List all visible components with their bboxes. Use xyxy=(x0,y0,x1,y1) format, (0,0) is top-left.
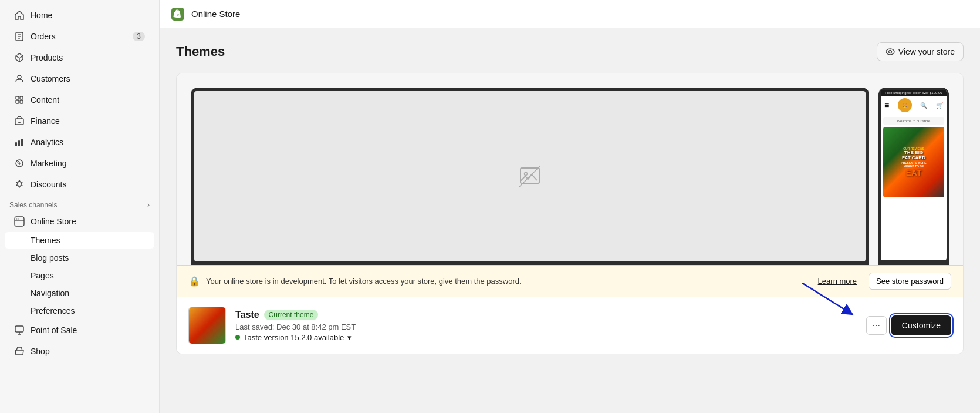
content-header: Themes View your store xyxy=(176,42,964,61)
analytics-icon xyxy=(14,137,25,147)
svg-point-16 xyxy=(18,219,19,220)
dev-notice: 🔒 Your online store is in development. T… xyxy=(177,265,963,297)
sidebar-item-online-store[interactable]: Online Store xyxy=(5,212,154,231)
page-title: Themes xyxy=(176,44,225,59)
orders-icon xyxy=(14,31,25,42)
sidebar-item-navigation[interactable]: Navigation xyxy=(5,285,154,301)
version-available-dot xyxy=(235,335,240,340)
theme-actions: ··· Customize xyxy=(866,315,951,335)
point-of-sale-icon xyxy=(14,325,25,335)
sidebar-item-finance[interactable]: Finance xyxy=(5,111,154,131)
sidebar-item-shop[interactable]: Shop xyxy=(5,341,154,361)
sidebar-finance-label: Finance xyxy=(31,116,60,126)
view-store-label: View your store xyxy=(898,47,955,56)
sidebar-orders-label: Orders xyxy=(31,32,56,41)
mobile-search-icon: 🔍 xyxy=(920,102,927,109)
shop-label: Shop xyxy=(31,347,50,356)
theme-thumbnail xyxy=(188,307,226,344)
blog-posts-label: Blog posts xyxy=(31,253,69,263)
svg-rect-10 xyxy=(15,142,17,146)
sidebar-marketing-label: Marketing xyxy=(31,159,66,168)
sidebar-home-label: Home xyxy=(31,11,52,20)
online-store-icon xyxy=(14,216,25,227)
navigation-label: Navigation xyxy=(31,288,69,298)
theme-version-text: Taste version 15.2.0 available xyxy=(244,333,344,342)
current-theme-badge: Current theme xyxy=(264,310,319,320)
mobile-nav: ≡ 🍔 🔍 🛒 xyxy=(881,96,947,115)
desktop-mockup xyxy=(191,88,869,265)
svg-point-15 xyxy=(16,219,18,220)
svg-rect-7 xyxy=(16,100,19,103)
customize-button[interactable]: Customize xyxy=(891,315,951,335)
content-icon xyxy=(14,95,25,105)
products-icon xyxy=(14,52,25,63)
theme-saved-time: Last saved: Dec 30 at 8:42 pm EST xyxy=(235,323,857,331)
sidebar-item-orders[interactable]: Orders 3 xyxy=(5,26,154,46)
sidebar-item-preferences[interactable]: Preferences xyxy=(5,303,154,319)
sales-channels-expand-icon[interactable]: › xyxy=(147,201,150,209)
sidebar-products-label: Products xyxy=(31,53,63,62)
svg-rect-14 xyxy=(15,217,24,226)
see-password-button[interactable]: See store password xyxy=(869,273,951,290)
online-store-label: Online Store xyxy=(31,217,76,226)
theme-info-row: Taste Current theme Last saved: Dec 30 a… xyxy=(177,297,963,354)
sidebar-item-themes[interactable]: Themes xyxy=(5,232,154,249)
sidebar-item-products[interactable]: Products xyxy=(5,48,154,68)
sidebar-item-analytics[interactable]: Analytics xyxy=(5,132,154,152)
mobile-welcome-text: Welcome to our store xyxy=(883,117,944,125)
svg-point-20 xyxy=(888,51,891,53)
finance-icon xyxy=(14,116,25,126)
topbar-store-name: Online Store xyxy=(191,9,240,19)
theme-version-row[interactable]: Taste version 15.2.0 available ▾ xyxy=(235,333,857,342)
sidebar-item-customers[interactable]: Customers xyxy=(5,69,154,89)
svg-rect-11 xyxy=(18,140,20,146)
svg-point-19 xyxy=(886,49,894,55)
sidebar-content-label: Content xyxy=(31,95,59,105)
sales-channels-label: Sales channels xyxy=(9,201,57,209)
preferences-label: Preferences xyxy=(31,306,75,315)
promo-eat-text: EAT xyxy=(906,168,922,177)
sidebar-item-discounts[interactable]: Discounts xyxy=(5,174,154,194)
mobile-promo-image: OUR REVIEWS THE BIGFAT CARD PRESENTS WER… xyxy=(883,127,944,197)
sidebar-item-home[interactable]: Home xyxy=(5,5,154,25)
sidebar-item-marketing[interactable]: Marketing xyxy=(5,153,154,173)
view-store-button[interactable]: View your store xyxy=(877,42,964,61)
desktop-screen xyxy=(194,91,866,261)
svg-point-4 xyxy=(18,75,21,79)
sales-channels-section: Sales channels › xyxy=(0,195,159,211)
preview-area: Free shipping for order over $100.00 ≡ 🍔… xyxy=(177,73,963,265)
svg-rect-8 xyxy=(20,100,23,103)
promo-cta-text: PRESENTS WEREMEANT TO BE xyxy=(901,161,926,168)
pages-label: Pages xyxy=(31,271,54,280)
promo-main-text: THE BIGFAT CARD xyxy=(902,150,925,161)
mobile-screen: Free shipping for order over $100.00 ≡ 🍔… xyxy=(881,90,947,260)
sidebar-item-content[interactable]: Content xyxy=(5,90,154,110)
topbar: Online Store xyxy=(160,0,980,28)
svg-rect-17 xyxy=(15,326,23,332)
mobile-mockup: Free shipping for order over $100.00 ≡ 🍔… xyxy=(878,88,949,265)
shopify-logo-icon xyxy=(171,8,184,21)
sidebar-item-blog-posts[interactable]: Blog posts xyxy=(5,250,154,266)
sidebar: Home Orders 3 Products xyxy=(0,0,160,413)
lock-icon: 🔒 xyxy=(188,276,200,287)
sidebar-item-pages[interactable]: Pages xyxy=(5,267,154,284)
sidebar-discounts-label: Discounts xyxy=(31,180,66,189)
theme-details: Taste Current theme Last saved: Dec 30 a… xyxy=(235,310,857,342)
more-options-button[interactable]: ··· xyxy=(866,316,887,335)
theme-name-row: Taste Current theme xyxy=(235,310,857,320)
sidebar-item-point-of-sale[interactable]: Point of Sale xyxy=(5,320,154,340)
svg-point-22 xyxy=(525,173,528,176)
svg-rect-5 xyxy=(16,96,19,99)
orders-badge: 3 xyxy=(133,32,145,41)
svg-rect-6 xyxy=(20,96,23,99)
customers-icon xyxy=(14,73,25,84)
learn-more-link[interactable]: Learn more xyxy=(818,277,857,286)
marketing-icon xyxy=(14,158,25,169)
mobile-logo: 🍔 xyxy=(898,98,912,112)
svg-rect-12 xyxy=(21,139,23,146)
mobile-banner: Free shipping for order over $100.00 xyxy=(881,90,947,96)
mobile-menu-icon: ≡ xyxy=(884,100,889,110)
mobile-hero: Welcome to our store OUR REVIEWS THE BIG… xyxy=(881,115,947,200)
theme-name: Taste xyxy=(235,310,259,320)
theme-preview-card: Free shipping for order over $100.00 ≡ 🍔… xyxy=(176,73,964,354)
